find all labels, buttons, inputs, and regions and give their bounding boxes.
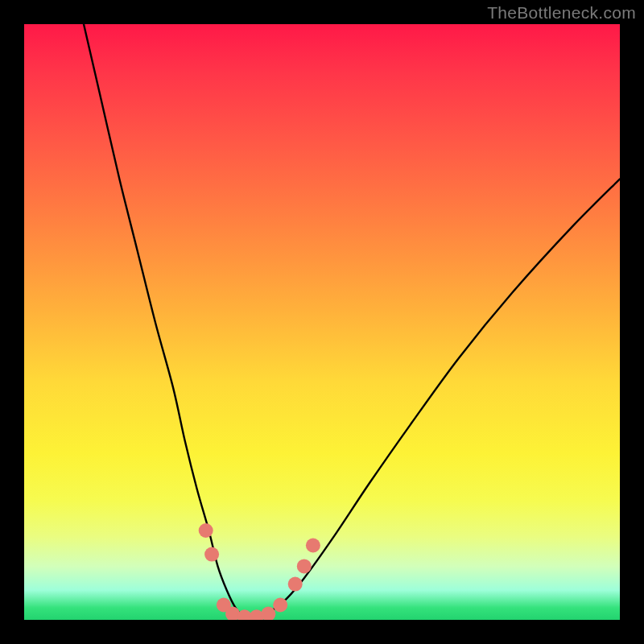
curve-marker xyxy=(204,547,219,562)
curve-marker xyxy=(199,523,213,538)
curve-marker xyxy=(288,577,303,592)
curve-svg xyxy=(24,24,620,620)
chart-frame: TheBottleneck.com xyxy=(0,0,644,644)
curve-marker xyxy=(273,598,287,613)
curve-marker xyxy=(306,539,320,553)
curve-marker xyxy=(297,559,312,573)
curve-markers xyxy=(199,523,320,620)
plot-area xyxy=(24,24,620,620)
watermark-text: TheBottleneck.com xyxy=(487,3,636,23)
bottleneck-curve xyxy=(84,24,620,617)
